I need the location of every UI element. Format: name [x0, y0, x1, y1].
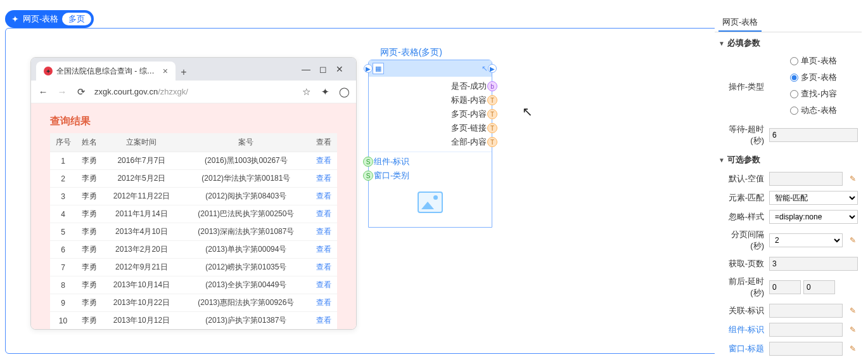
view-link[interactable]: 查看	[316, 191, 331, 200]
browser-tab-strip: ✦ 全国法院信息综合查询 - 综合查询 × + — ◻ ✕	[31, 58, 356, 81]
cursor-arrow-icon: ↖	[482, 64, 488, 73]
op-radio[interactable]: 多页-表格	[790, 72, 836, 83]
op-radio[interactable]: 动态-表格	[790, 105, 836, 116]
section-required[interactable]: ▼必填参数	[715, 32, 862, 53]
workflow-node[interactable]: ▶ ▦ ↖ ▶ 是否-成功b标题-内容T多页-内容T多页-链接T全部-内容TS组…	[368, 60, 492, 228]
edit-icon[interactable]: ✎	[848, 325, 858, 335]
new-tab-button[interactable]: +	[176, 64, 192, 81]
nav-forward-icon[interactable]: →	[56, 86, 68, 97]
view-link[interactable]: 查看	[316, 156, 331, 165]
minimize-icon[interactable]: —	[302, 64, 310, 74]
node-output-row[interactable]: 多页-链接T	[369, 121, 492, 135]
person-run-icon: ✦	[11, 14, 19, 24]
table-row: 5李勇2013年4月10日(2013)深南法执字第01087号查看	[50, 223, 337, 241]
section-optional[interactable]: ▼可选参数	[715, 149, 862, 169]
star-icon[interactable]: ☆	[300, 86, 312, 98]
match-select[interactable]: 智能-匹配	[769, 191, 858, 205]
radio-input[interactable]	[790, 90, 798, 98]
radio-input[interactable]	[790, 57, 798, 65]
view-link[interactable]: 查看	[316, 245, 331, 254]
table-row: 2李勇2012年5月2日(2012)华法执字第00181号查看	[50, 170, 337, 188]
op-radio[interactable]: 查找-内容	[790, 88, 836, 100]
view-link[interactable]: 查看	[316, 227, 331, 236]
edit-icon[interactable]: ✎	[848, 344, 858, 354]
node-title: 网页-表格(多页)	[380, 47, 442, 58]
wtitle-label: 窗口-标题	[718, 343, 764, 354]
panel-tab[interactable]: 网页-表格	[718, 14, 762, 32]
node-output-label: 是否-成功	[451, 81, 487, 92]
node-input-row[interactable]: S组件-标识	[369, 155, 492, 169]
assoc-input[interactable]	[769, 304, 843, 318]
default-input[interactable]	[769, 172, 843, 186]
nav-back-icon[interactable]: ←	[37, 86, 49, 97]
chevron-down-icon: ▼	[718, 40, 725, 47]
table-cell: (2016)黑1003执00267号	[181, 152, 311, 170]
comp-input[interactable]	[769, 323, 843, 337]
node-output-row[interactable]: 是否-成功b	[369, 79, 492, 93]
node-input-row[interactable]: S窗口-类别	[369, 169, 492, 183]
node-input-label[interactable]: 窗口-类别	[374, 170, 409, 181]
radio-input[interactable]	[790, 107, 798, 115]
interval-select[interactable]: 2	[769, 233, 843, 247]
node-output-row[interactable]: 多页-内容T	[369, 107, 492, 121]
url-host: zxgk.court.gov.cn	[94, 87, 158, 96]
radio-input[interactable]	[790, 74, 798, 82]
table-row: 8李勇2013年10月14日(2013)全执字第00449号查看	[50, 276, 337, 294]
edit-icon[interactable]: ✎	[848, 174, 858, 184]
node-output-handle[interactable]: ▶	[488, 64, 497, 73]
address-bar: ← → ⟳ zxgk.court.gov.cn/zhzxgk/ ☆ ✦ ◯	[31, 81, 356, 103]
node-input-handle[interactable]: ▶	[364, 64, 373, 73]
extension-icon[interactable]: ✦	[319, 86, 331, 98]
delay-b-input[interactable]	[803, 280, 835, 294]
close-icon[interactable]: ✕	[336, 64, 343, 74]
view-link[interactable]: 查看	[316, 174, 331, 183]
nav-reload-icon[interactable]: ⟳	[75, 86, 87, 98]
embedded-browser: ✦ 全国法院信息综合查询 - 综合查询 × + — ◻ ✕ ← → ⟳ zxgk…	[30, 57, 357, 330]
view-link[interactable]: 查看	[316, 298, 331, 307]
interval-label: 分页间隔(秒)	[718, 229, 764, 252]
radio-label: 单页-表格	[801, 55, 836, 67]
node-output-label: 全部-内容	[451, 136, 487, 148]
view-link[interactable]: 查看	[316, 263, 331, 271]
table-header: 查看	[311, 133, 337, 152]
table-row: 4李勇2011年1月14日(2011)巴法民执字第00250号查看	[50, 205, 337, 223]
view-link[interactable]: 查看	[316, 280, 331, 289]
delay-label: 前后-延时(秒)	[718, 276, 764, 299]
node-header[interactable]: ▶ ▦ ↖ ▶	[369, 60, 492, 77]
table-cell: 2011年1月14日	[102, 205, 181, 223]
table-row: 3李勇2012年11月22日(2012)阅执字第08403号查看	[50, 188, 337, 205]
edit-icon[interactable]: ✎	[848, 306, 858, 316]
type-pill-icon: T	[487, 123, 497, 133]
profile-icon[interactable]: ◯	[338, 86, 350, 98]
pages-input[interactable]	[769, 257, 858, 271]
wait-label: 等待-超时(秒)	[718, 124, 764, 146]
table-row: 9李勇2013年10月22日(2013)惠阳法执字第00926号查看	[50, 294, 337, 312]
table-cell: 7	[50, 259, 76, 276]
browser-tab[interactable]: ✦ 全国法院信息综合查询 - 综合查询 ×	[36, 62, 176, 81]
table-cell: (2012)崂执字第01035号	[181, 259, 311, 276]
type-pill-icon: S	[363, 157, 373, 167]
url-text[interactable]: zxgk.court.gov.cn/zhzxgk/	[94, 87, 293, 96]
table-cell: 李勇	[76, 241, 102, 259]
node-output-row[interactable]: 全部-内容T	[369, 135, 492, 149]
maximize-icon[interactable]: ◻	[319, 64, 327, 74]
wait-input[interactable]	[769, 128, 858, 142]
table-cell: (2013)深南法执字第01087号	[181, 223, 311, 241]
delay-a-input[interactable]	[769, 280, 801, 294]
ignore-select[interactable]: =display:none	[769, 210, 858, 224]
view-link[interactable]: 查看	[316, 316, 331, 325]
op-radio[interactable]: 单页-表格	[790, 55, 836, 67]
mouse-cursor-icon: ↖	[522, 104, 533, 119]
node-output-row[interactable]: 标题-内容T	[369, 93, 492, 107]
breadcrumb-tag: 多页	[62, 13, 91, 25]
results-table: 序号姓名立案时间案号查看 1李勇2016年7月7日(2016)黑1003执002…	[50, 133, 337, 330]
tab-close-icon[interactable]: ×	[163, 66, 168, 76]
table-cell: 2	[50, 170, 76, 188]
table-cell: (2012)阅执字第08403号	[181, 188, 311, 205]
ignore-label: 忽略-样式	[718, 211, 764, 223]
edit-icon[interactable]: ✎	[848, 235, 858, 245]
node-input-label[interactable]: 组件-标识	[374, 156, 409, 167]
view-link[interactable]: 查看	[316, 209, 331, 218]
table-cell: 2013年10月22日	[102, 294, 181, 312]
wtitle-input[interactable]	[769, 342, 843, 356]
